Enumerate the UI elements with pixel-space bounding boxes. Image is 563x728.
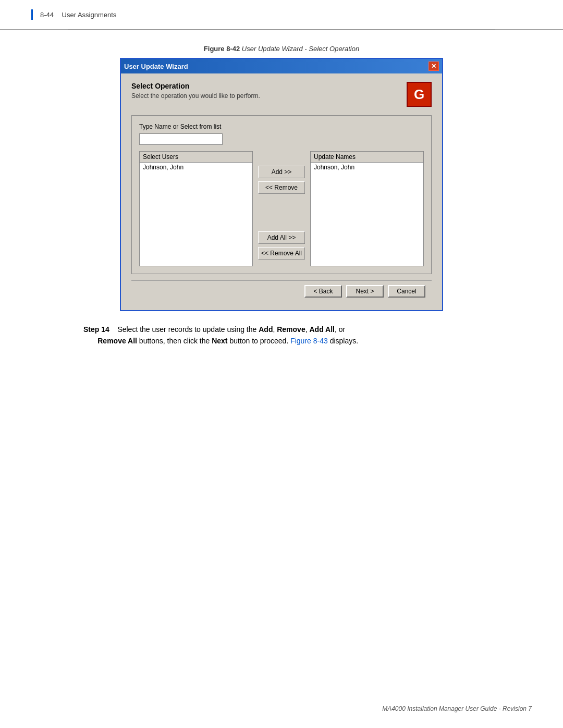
figure-label: Figure 8-42	[204, 45, 240, 53]
step-instructions: Step 14 Select the user records to updat…	[68, 324, 495, 347]
footer-text: MA4000 Installation Manager User Guide -…	[382, 705, 532, 712]
step-bold-next: Next	[212, 337, 227, 345]
dialog-body: Select Operation Select the operation yo…	[121, 73, 442, 310]
divider-rule	[68, 30, 495, 30]
list-item[interactable]: Johnson, John	[140, 163, 252, 172]
search-input[interactable]	[139, 133, 223, 145]
step-bold-remove: Remove	[277, 325, 305, 334]
select-operation-title: Select Operation	[131, 82, 260, 90]
select-users-label: Select Users	[139, 151, 253, 162]
step-text-end: displays.	[328, 337, 358, 345]
lists-row: Select Users Johnson, John Add >> << Rem…	[139, 151, 424, 266]
step-bold-add-all: Add All	[309, 325, 334, 334]
transfer-buttons-column: Add >> << Remove Add All >> << Remove Al…	[253, 151, 310, 260]
back-button[interactable]: < Back	[304, 285, 342, 298]
figure-caption-text: User Update Wizard - Select Operation	[242, 45, 359, 53]
cancel-button[interactable]: Cancel	[388, 285, 425, 298]
section-title: User Assignments	[62, 11, 117, 19]
add-button[interactable]: Add >>	[258, 166, 305, 178]
step-text-line2a: buttons, then click the	[137, 337, 212, 345]
add-all-button[interactable]: Add All >>	[258, 231, 305, 244]
update-names-section: Update Names Johnson, John	[310, 151, 424, 266]
figure-caption: Figure 8-42 User Update Wizard - Select …	[0, 45, 563, 53]
page-header: 8-44 User Assignments	[0, 0, 563, 30]
select-users-section: Select Users Johnson, John	[139, 151, 253, 266]
step-text-before: Select the user records to update using …	[117, 325, 259, 334]
remove-all-button[interactable]: << Remove All	[258, 247, 305, 260]
figure-link[interactable]: Figure 8-43	[290, 337, 328, 345]
dialog-header-text: Select Operation Select the operation yo…	[131, 82, 260, 100]
step-bold-remove-all: Remove All	[97, 337, 137, 345]
svg-text:G: G	[414, 87, 424, 102]
dialog-header: Select Operation Select the operation yo…	[131, 82, 432, 107]
user-update-wizard-dialog: User Update Wizard ✕ Select Operation Se…	[120, 58, 443, 311]
list-item[interactable]: Johnson, John	[311, 163, 423, 172]
search-label: Type Name or Select from list	[139, 123, 424, 130]
step-text-line2b: button to proceed.	[228, 337, 291, 345]
close-button[interactable]: ✕	[429, 61, 439, 71]
title-bar: User Update Wizard ✕	[121, 59, 442, 73]
step-text-mid: , or	[335, 325, 345, 334]
step-label: Step 14	[83, 325, 109, 334]
dialog-title: User Update Wizard	[124, 63, 188, 70]
update-names-list[interactable]: Johnson, John	[310, 162, 424, 266]
update-names-label: Update Names	[310, 151, 424, 162]
section-number: 8-44	[40, 11, 54, 19]
dialog-footer: < Back Next > Cancel	[131, 280, 432, 302]
header-divider	[31, 9, 33, 20]
dialog-logo-icon: G	[407, 82, 432, 107]
select-users-list[interactable]: Johnson, John	[139, 162, 253, 266]
remove-button[interactable]: << Remove	[258, 181, 305, 194]
page-footer: MA4000 Installation Manager User Guide -…	[382, 705, 532, 712]
inner-panel: Type Name or Select from list Select Use…	[131, 115, 432, 274]
next-button[interactable]: Next >	[346, 285, 384, 298]
select-operation-subtitle: Select the operation you would like to p…	[131, 92, 260, 100]
step-bold-add: Add	[259, 325, 273, 334]
